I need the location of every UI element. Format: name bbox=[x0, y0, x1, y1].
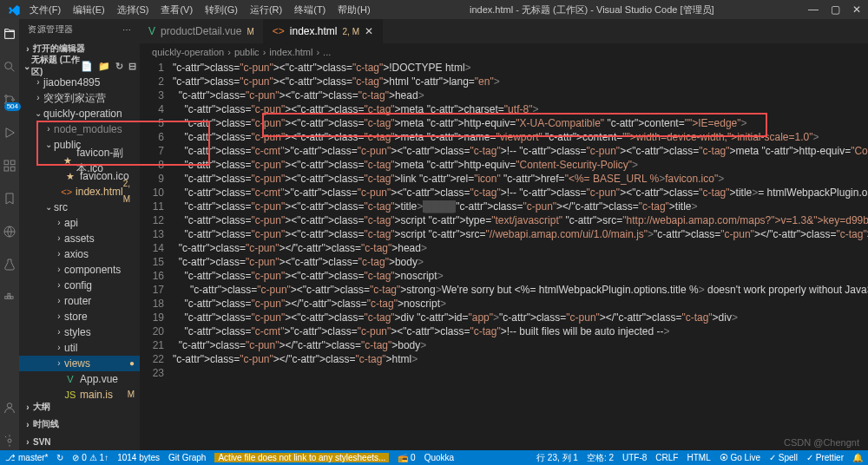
section-outline[interactable]: ›大纲 bbox=[19, 398, 140, 416]
code-line[interactable]: "c-attr">class="c-pun"><"c-attr">class="… bbox=[173, 213, 868, 227]
code-line[interactable]: "c-attr">class="c-pun"><"c-attr">class="… bbox=[173, 61, 868, 75]
collapse-icon[interactable]: ⊟ bbox=[128, 61, 136, 72]
close-icon[interactable]: ✕ bbox=[852, 3, 861, 16]
code-line[interactable]: "c-attr">class="c-pun"><"c-attr">class="… bbox=[173, 130, 868, 144]
code-lines[interactable]: "c-attr">class="c-pun"><"c-attr">class="… bbox=[173, 61, 868, 450]
code-line[interactable]: "c-attr">class="c-pun"><"c-attr">class="… bbox=[173, 102, 868, 116]
settings-gear-icon[interactable] bbox=[0, 431, 19, 450]
tree-folder[interactable]: ›util bbox=[19, 340, 140, 356]
run-debug-icon[interactable] bbox=[0, 123, 19, 142]
code-line[interactable]: "c-attr">class="c-pun"><"c-attr">class="… bbox=[173, 311, 868, 324]
code-line[interactable]: "c-attr">class="c-pun"><"c-attr">class="… bbox=[173, 200, 868, 213]
tree-folder[interactable]: ›config bbox=[19, 278, 140, 293]
docker-icon[interactable] bbox=[0, 288, 19, 307]
tree-folder[interactable]: ›突突到家运营 bbox=[19, 90, 140, 106]
menu-item[interactable]: 文件(F) bbox=[24, 2, 66, 18]
menu-item[interactable]: 查看(V) bbox=[155, 2, 198, 18]
code-line[interactable]: "c-attr">class="c-pun"></"c-attr">class=… bbox=[173, 297, 868, 311]
code-line[interactable]: "c-attr">class="c-pun"><"c-attr">class="… bbox=[173, 269, 868, 283]
menu-item[interactable]: 转到(G) bbox=[200, 2, 243, 18]
code-line[interactable]: "c-attr">class="c-pun"><"c-attr">class="… bbox=[173, 255, 868, 269]
menu-item[interactable]: 终端(T) bbox=[289, 2, 331, 18]
explorer-icon[interactable] bbox=[0, 24, 19, 43]
section-workspace[interactable]: ⌄无标题 (工作区) 📄 📁 ↻ ⊟ bbox=[19, 57, 140, 75]
sb-quokka[interactable]: Quokka bbox=[424, 453, 454, 462]
account-icon[interactable] bbox=[0, 398, 19, 417]
code-editor[interactable]: 1234567891011121314151617181920212223 "c… bbox=[140, 61, 868, 450]
sb-language[interactable]: HTML bbox=[687, 453, 710, 462]
new-folder-icon[interactable]: 📁 bbox=[98, 61, 110, 72]
code-line[interactable]: "c-attr">class="c-pun"><"c-attr">class="… bbox=[173, 116, 868, 130]
code-line[interactable]: "c-attr">class="c-pun"><"c-attr">class="… bbox=[173, 172, 868, 186]
sb-branch[interactable]: ⎇ master* bbox=[5, 453, 48, 462]
extensions-icon[interactable] bbox=[0, 156, 19, 175]
tree-folder[interactable]: ›jiaoben4895 bbox=[19, 75, 140, 90]
sb-cursor[interactable]: 行 23, 列 1 bbox=[536, 452, 578, 464]
tree-file[interactable]: <>index.html2, M bbox=[19, 184, 140, 200]
maximize-icon[interactable]: ▢ bbox=[831, 3, 840, 16]
code-line[interactable]: "c-attr">class="c-pun"></"c-attr">class=… bbox=[173, 241, 868, 255]
sb-filesize[interactable]: 1014 bytes bbox=[117, 453, 160, 462]
tree-folder[interactable]: ⌄src bbox=[19, 200, 140, 215]
source-control-icon[interactable]: 504 bbox=[0, 90, 19, 109]
code-line[interactable]: "c-attr">class="c-pun"><"c-attr">class="… bbox=[173, 75, 868, 88]
sidebar-more-icon[interactable]: ⋯ bbox=[122, 25, 132, 35]
code-line[interactable]: "c-attr">class="c-pun"><"c-attr">class="… bbox=[173, 88, 868, 102]
code-line[interactable]: "c-attr">class="c-pun"><"c-attr">class="… bbox=[173, 227, 868, 241]
tree-folder[interactable]: ›assets bbox=[19, 231, 140, 246]
minimize-icon[interactable]: — bbox=[808, 3, 819, 16]
sb-eol[interactable]: CRLF bbox=[655, 453, 678, 462]
testing-icon[interactable] bbox=[0, 255, 19, 274]
tree-folder[interactable]: ›api bbox=[19, 215, 140, 231]
section-timeline[interactable]: ›时间线 bbox=[19, 416, 140, 433]
tree-folder[interactable]: ›components bbox=[19, 262, 140, 278]
bookmark-icon[interactable] bbox=[0, 189, 19, 208]
sb-radio[interactable]: 📻 0 bbox=[398, 453, 415, 462]
tree-file[interactable]: VApp.vue bbox=[19, 371, 140, 387]
code-line[interactable]: "c-attr">class="c-pun"></"c-attr">class=… bbox=[173, 338, 868, 352]
code-line[interactable]: "c-attr">class="c-pun"></"c-attr">class=… bbox=[173, 352, 868, 366]
code-line[interactable]: "c-attr">class="c-pun"><"c-attr">class="… bbox=[173, 283, 868, 297]
remote-icon[interactable] bbox=[0, 222, 19, 241]
refresh-icon[interactable]: ↻ bbox=[115, 61, 123, 72]
tree-file[interactable]: JSmain.jsM bbox=[19, 387, 140, 398]
sb-golive[interactable]: ⦿ Go Live bbox=[720, 453, 760, 462]
editor-tab[interactable]: <>index.html2, M✕ bbox=[264, 19, 383, 43]
tree-folder[interactable]: ›router bbox=[19, 293, 140, 309]
tree-folder[interactable]: ›node_modules bbox=[19, 121, 140, 137]
section-svn[interactable]: ›SVN bbox=[19, 433, 140, 450]
tab-close-icon[interactable]: ✕ bbox=[365, 25, 373, 37]
tree-folder[interactable]: ›styles bbox=[19, 324, 140, 340]
sb-css-warning[interactable]: Active file does not link to any stylesh… bbox=[214, 453, 389, 462]
search-icon[interactable] bbox=[0, 57, 19, 76]
code-line[interactable]: "c-attr">class="c-pun"><"c-attr">class="… bbox=[173, 158, 868, 172]
code-line[interactable]: "c-attr">class="c-cmt">"c-attr">class="c… bbox=[173, 324, 868, 338]
sb-spell[interactable]: ✓ Spell bbox=[769, 453, 798, 462]
sb-gitgraph[interactable]: Git Graph bbox=[168, 453, 206, 462]
breadcrumb-item[interactable]: quickly-operation bbox=[152, 47, 224, 57]
tree-folder[interactable]: ›views● bbox=[19, 356, 140, 371]
code-line[interactable]: "c-attr">class="c-cmt">"c-attr">class="c… bbox=[173, 186, 868, 200]
menu-item[interactable]: 帮助(H) bbox=[332, 2, 375, 18]
tree-file[interactable]: ★favicon-副本.ico bbox=[19, 153, 140, 168]
code-line[interactable] bbox=[173, 366, 868, 380]
tree-folder[interactable]: ›store bbox=[19, 309, 140, 324]
menu-item[interactable]: 运行(R) bbox=[245, 2, 287, 18]
menu-item[interactable]: 选择(S) bbox=[112, 2, 155, 18]
breadcrumb-item[interactable]: ... bbox=[323, 47, 331, 57]
menu-item[interactable]: 编辑(E) bbox=[68, 2, 110, 18]
tree-folder[interactable]: ⌄quickly-operation bbox=[19, 106, 140, 121]
breadcrumb-item[interactable]: index.html bbox=[269, 47, 312, 57]
new-file-icon[interactable]: 📄 bbox=[81, 61, 93, 72]
sb-problems[interactable]: ⊘ 0 ⚠ 1↑ bbox=[72, 453, 108, 462]
tree-folder[interactable]: ›axios bbox=[19, 246, 140, 262]
sb-prettier[interactable]: ✓ Prettier bbox=[806, 453, 844, 462]
sb-sync[interactable]: ↻ bbox=[56, 453, 63, 462]
breadcrumb-item[interactable]: public bbox=[234, 47, 260, 57]
sb-bell-icon[interactable]: 🔔 bbox=[852, 453, 863, 462]
sb-encoding[interactable]: UTF-8 bbox=[622, 453, 647, 462]
code-line[interactable]: "c-attr">class="c-cmt">"c-attr">class="c… bbox=[173, 144, 868, 158]
editor-tab[interactable]: VproductDetail.vueM bbox=[140, 19, 264, 43]
tree-file[interactable]: ★favicon.ico bbox=[19, 168, 140, 184]
sb-spaces[interactable]: 空格: 2 bbox=[587, 452, 614, 464]
